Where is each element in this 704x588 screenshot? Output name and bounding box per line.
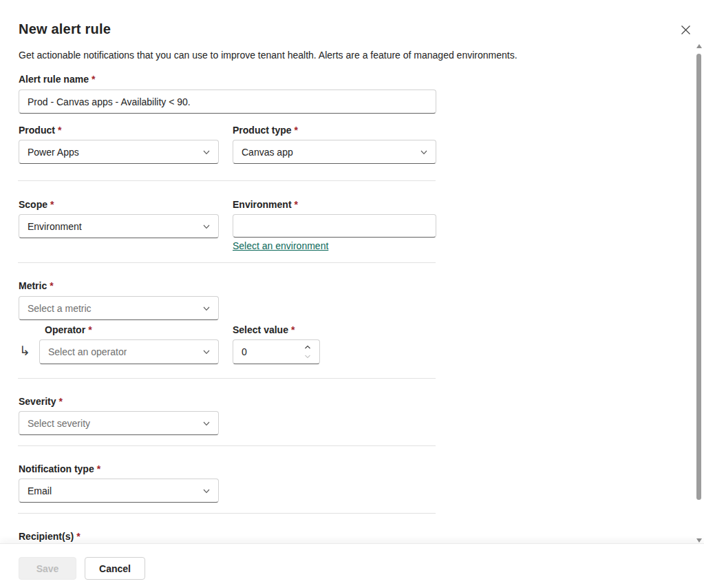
alert-rule-name-input-field[interactable] <box>28 90 429 113</box>
select-environment-link[interactable]: Select an environment <box>233 240 328 251</box>
severity-label: Severity* <box>19 396 63 407</box>
section-divider <box>18 445 436 446</box>
required-asterisk: * <box>50 280 53 291</box>
chevron-up-icon <box>304 345 311 350</box>
scroll-down-arrow[interactable] <box>696 538 702 543</box>
spinner-up-button[interactable] <box>304 344 311 351</box>
section-divider <box>18 262 436 263</box>
chevron-down-icon <box>202 147 211 157</box>
section-divider <box>18 378 436 379</box>
close-icon <box>681 25 691 35</box>
close-button[interactable] <box>676 20 695 39</box>
product-type-dropdown-value: Canvas app <box>242 147 293 158</box>
new-alert-rule-panel: New alert rule Get actionable notificati… <box>0 0 704 588</box>
branch-arrow-icon: ↳ <box>19 344 30 357</box>
value-input[interactable] <box>242 340 297 364</box>
scope-dropdown-value: Environment <box>28 221 82 232</box>
required-asterisk: * <box>58 125 61 136</box>
chevron-down-icon <box>304 354 311 359</box>
required-asterisk: * <box>92 74 95 85</box>
required-asterisk: * <box>291 324 295 335</box>
required-asterisk: * <box>295 125 298 136</box>
product-label: Product* <box>19 125 61 136</box>
product-dropdown-value: Power Apps <box>28 147 79 158</box>
footer-bar: Save Cancel <box>0 544 704 588</box>
alert-rule-name-label: Alert rule name* <box>19 74 95 85</box>
metric-dropdown-placeholder: Select a metric <box>28 303 92 314</box>
required-asterisk: * <box>76 531 80 542</box>
chevron-down-icon <box>202 222 211 231</box>
value-spinner[interactable] <box>233 339 320 364</box>
product-type-label: Product type* <box>233 125 298 136</box>
scroll-up-arrow[interactable] <box>696 44 702 48</box>
environment-input[interactable] <box>233 214 436 238</box>
severity-dropdown-placeholder: Select severity <box>28 418 90 429</box>
metric-label: Metric* <box>19 280 54 291</box>
metric-dropdown[interactable]: Select a metric <box>19 296 219 320</box>
chevron-down-icon <box>202 347 211 357</box>
environment-input-field[interactable] <box>242 215 429 237</box>
chevron-down-icon <box>419 147 429 157</box>
save-button[interactable]: Save <box>19 557 76 580</box>
required-asterisk: * <box>58 396 62 407</box>
page-title: New alert rule <box>19 21 111 37</box>
scope-label: Scope* <box>19 199 54 210</box>
operator-dropdown-placeholder: Select an operator <box>48 346 127 357</box>
alert-rule-name-input[interactable] <box>19 90 436 114</box>
notification-type-dropdown[interactable]: Email <box>19 479 219 503</box>
severity-dropdown[interactable]: Select severity <box>19 411 219 435</box>
operator-label: Operator* <box>45 324 92 335</box>
required-asterisk: * <box>97 463 100 474</box>
required-asterisk: * <box>295 199 298 210</box>
section-divider <box>18 513 436 514</box>
spinner-down-button[interactable] <box>304 353 311 360</box>
product-type-dropdown[interactable]: Canvas app <box>233 140 436 164</box>
section-divider <box>18 180 436 181</box>
notification-type-dropdown-value: Email <box>28 485 52 496</box>
cancel-button[interactable]: Cancel <box>85 557 145 580</box>
chevron-down-icon <box>202 419 211 428</box>
chevron-down-icon <box>202 486 211 496</box>
select-value-label: Select value* <box>233 324 295 335</box>
vertical-scrollbar[interactable] <box>695 43 702 544</box>
recipients-label: Recipient(s)* <box>19 531 81 542</box>
required-asterisk: * <box>50 199 54 210</box>
operator-dropdown[interactable]: Select an operator <box>39 339 219 364</box>
panel-description: Get actionable notifications that you ca… <box>19 50 518 61</box>
required-asterisk: * <box>88 324 92 335</box>
product-dropdown[interactable]: Power Apps <box>19 140 219 164</box>
scope-dropdown[interactable]: Environment <box>19 214 219 238</box>
scrollbar-thumb[interactable] <box>696 54 701 500</box>
chevron-down-icon <box>202 304 211 313</box>
environment-label: Environment* <box>233 199 298 210</box>
notification-type-label: Notification type* <box>19 463 100 474</box>
